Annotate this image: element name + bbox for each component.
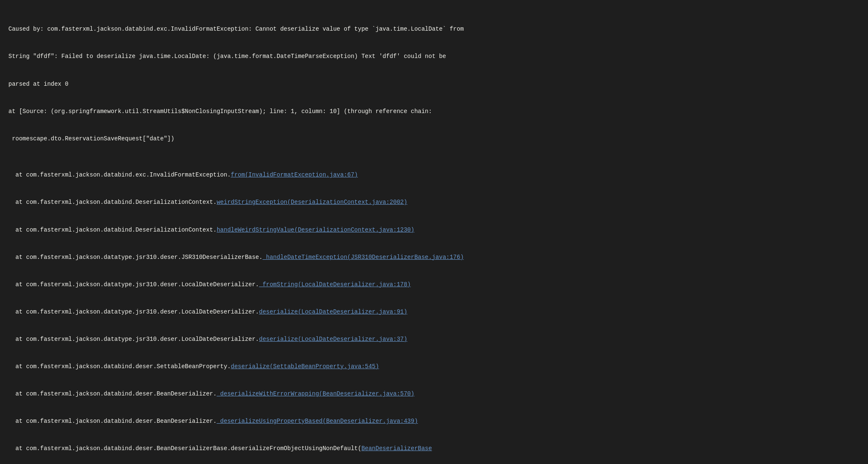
error-header-line-2: String "dfdf": Failed to deserialize jav… (8, 52, 860, 61)
stack-frame-10: at com.fasterxml.jackson.databind.deser.… (8, 417, 860, 426)
stack-frame-3: at com.fasterxml.jackson.databind.Deseri… (8, 226, 860, 235)
link-LocalDateDeserializer-deserialize91[interactable]: deserialize(LocalDateDeserializer.java:9… (259, 308, 408, 315)
error-output: Caused by: com.fasterxml.jackson.databin… (8, 7, 860, 464)
stack-frame-9: at com.fasterxml.jackson.databind.deser.… (8, 390, 860, 399)
error-header-line-1: Caused by: com.fasterxml.jackson.databin… (8, 25, 860, 34)
link-DeserializationContext-handle[interactable]: handleWeirdStringValue(DeserializationCo… (217, 227, 414, 233)
stack-frame-4: at com.fasterxml.jackson.datatype.jsr310… (8, 253, 860, 262)
link-BeanDeserializer-errorWrapping[interactable]: _deserializeWithErrorWrapping(BeanDeseri… (217, 390, 414, 397)
stack-frame-6: at com.fasterxml.jackson.datatype.jsr310… (8, 308, 860, 317)
link-InvalidFormatException[interactable]: from(InvalidFormatException.java:67) (231, 171, 358, 178)
stack-frame-7: at com.fasterxml.jackson.datatype.jsr310… (8, 335, 860, 344)
link-BeanDeserializerBase[interactable]: BeanDeserializerBase (361, 445, 432, 452)
link-JSR310DeserializerBase[interactable]: _handleDateTimeException(JSR310Deseriali… (263, 254, 464, 261)
link-LocalDateDeserializer-deserialize37[interactable]: deserialize(LocalDateDeserializer.java:3… (259, 336, 408, 343)
stack-frame-8: at com.fasterxml.jackson.databind.deser.… (8, 362, 860, 372)
stack-frame-11: at com.fasterxml.jackson.databind.deser.… (8, 444, 860, 453)
stack-frame-5: at com.fasterxml.jackson.datatype.jsr310… (8, 280, 860, 290)
link-LocalDateDeserializer-fromString[interactable]: _fromString(LocalDateDeserializer.java:1… (259, 281, 411, 288)
error-header-line-5: roomescape.dto.ReservationSaveRequest["d… (8, 134, 860, 144)
link-BeanDeserializer-propertyBased[interactable]: _deserializeUsingPropertyBased(BeanDeser… (217, 418, 418, 424)
link-DeserializationContext-weird[interactable]: weirdStringException(DeserializationCont… (217, 199, 408, 206)
link-SettableBeanProperty[interactable]: deserialize(SettableBeanProperty.java:54… (231, 363, 379, 370)
stack-frame-1: at com.fasterxml.jackson.databind.exc.In… (8, 171, 860, 180)
stack-frame-2: at com.fasterxml.jackson.databind.Deseri… (8, 198, 860, 207)
error-header-line-3: parsed at index 0 (8, 80, 860, 89)
error-header-line-4: at [Source: (org.springframework.util.St… (8, 107, 860, 116)
